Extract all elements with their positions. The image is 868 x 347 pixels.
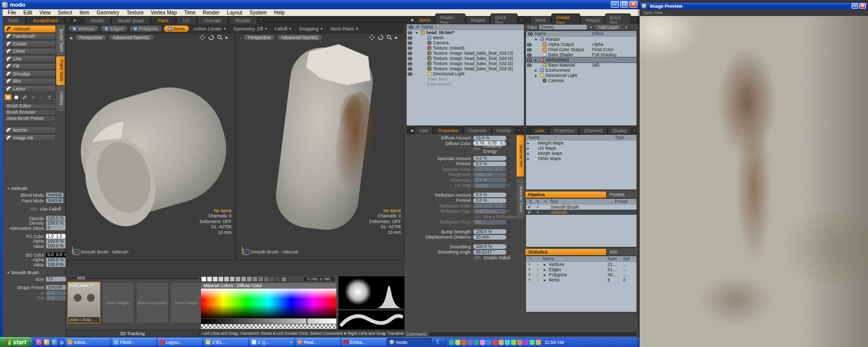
- bump-strength-field[interactable]: 100.0 %: [473, 229, 506, 234]
- list-row-morph-maps[interactable]: ►Morph Maps: [526, 151, 637, 156]
- taskbar-button-modo[interactable]: modo: [388, 338, 432, 346]
- tray-icon[interactable]: [530, 340, 535, 345]
- stepper-icon[interactable]: ◂▸: [507, 245, 510, 249]
- save-brush-preset-button[interactable]: Save Brush Preset: [4, 116, 56, 121]
- viewport-left[interactable]: ◣ Perspective Advanced OpenGL ▶ No Items…: [66, 33, 235, 260]
- blurry-reflection-checkbox[interactable]: [473, 215, 482, 219]
- enable-check-icon[interactable]: ✔: [526, 204, 533, 210]
- internet-explorer-icon[interactable]: [52, 339, 57, 345]
- stepper-icon[interactable]: ◂▸: [507, 220, 510, 224]
- quick-launch-icon[interactable]: [36, 339, 42, 345]
- tab-properties[interactable]: Properties: [549, 127, 579, 134]
- reflection-type-select[interactable]: Full Scene: [473, 209, 506, 214]
- pipeline-row-smooth-brush[interactable]: ✔ • Smooth Brush: [526, 204, 637, 210]
- tab-scroll-icon[interactable]: ▶: [72, 18, 79, 23]
- anisotropy-field[interactable]: 0.0 %: [473, 178, 506, 182]
- stepper-icon[interactable]: ◂▸: [507, 178, 510, 182]
- menu-time[interactable]: Time: [180, 10, 199, 15]
- tab-add-left[interactable]: +: [65, 18, 72, 23]
- alpha-checker-bar[interactable]: [201, 324, 336, 329]
- item-row-new-item[interactable]: (new item): [407, 76, 524, 82]
- triangle-right-icon[interactable]: ►: [534, 58, 538, 62]
- shader-row-render[interactable]: ▼Render: [526, 37, 637, 42]
- plus-icon[interactable]: +: [526, 262, 533, 267]
- color-swatch[interactable]: [201, 276, 207, 282]
- tray-icon[interactable]: [449, 340, 454, 345]
- eye-icon[interactable]: [408, 41, 412, 45]
- tool-lasso[interactable]: Lasso: [4, 85, 56, 92]
- menu-texture[interactable]: Texture: [123, 10, 147, 15]
- tab-uv[interactable]: UV: [176, 17, 196, 24]
- text-tip-button[interactable]: T: [45, 94, 53, 101]
- pan-icon[interactable]: [199, 35, 205, 40]
- tab-utilities[interactable]: Utilities: [56, 86, 65, 111]
- load-image-slot[interactable]: (load image): [102, 282, 134, 323]
- color-swatch[interactable]: [264, 276, 269, 282]
- item-row-light[interactable]: Directional Light: [407, 71, 524, 76]
- viewport-menu-icon[interactable]: ▶: [226, 36, 228, 40]
- shader-row-final-color[interactable]: Final Color OutputFinal Color: [526, 47, 637, 52]
- close-button[interactable]: ✕: [859, 3, 866, 9]
- stepper-icon[interactable]: ◂▸: [507, 250, 510, 254]
- menu-layout[interactable]: Layout: [223, 10, 246, 15]
- triangle-right-icon[interactable]: ►: [542, 273, 547, 277]
- stepper-icon[interactable]: ◂▸: [507, 156, 510, 161]
- eye-icon[interactable]: [408, 36, 412, 40]
- rgb-value-field[interactable]: 0.780, 0.780, 0.78: [303, 276, 335, 282]
- brush-browser-button[interactable]: Brush Browser: [4, 109, 56, 115]
- paint-mode-select[interactable]: Normal Proj ...: [46, 198, 64, 203]
- color-swatch[interactable]: [235, 276, 241, 282]
- smooth-brush-section-header[interactable]: ▸Smooth Brush: [8, 270, 39, 275]
- statistics-header[interactable]: Statistics: [525, 249, 606, 255]
- color-swatch[interactable]: [252, 276, 258, 282]
- minus-icon[interactable]: -: [534, 267, 541, 272]
- color-swatch[interactable]: [212, 276, 218, 282]
- eye-icon[interactable]: [527, 64, 532, 67]
- color-picker-gradient[interactable]: [201, 289, 336, 318]
- tool-smudge[interactable]: Smudge: [4, 70, 56, 77]
- close-button[interactable]: ✕: [629, 1, 638, 8]
- soft-tip-button[interactable]: [4, 94, 12, 101]
- viewport-menu-icon[interactable]: ▶: [395, 36, 398, 40]
- eye-icon[interactable]: [408, 46, 412, 50]
- tray-icon[interactable]: [468, 340, 473, 345]
- maximize-button[interactable]: ❐: [620, 1, 628, 8]
- menu-file[interactable]: File: [4, 10, 20, 15]
- triangle-right-icon[interactable]: ►: [542, 268, 547, 272]
- clipboard-tool-icon[interactable]: ☾: [436, 339, 441, 345]
- stepper-icon[interactable]: ◂▸: [507, 204, 510, 208]
- shader-row-base-shader[interactable]: Base ShaderFull Shading: [526, 52, 637, 57]
- falloff-dropdown[interactable]: Falloff▾: [272, 26, 295, 31]
- tray-icon[interactable]: [486, 340, 491, 345]
- color-swatch[interactable]: [207, 276, 212, 282]
- shader-row-directional-light[interactable]: ►Directional Light: [526, 73, 637, 78]
- triangle-down-icon[interactable]: ▼: [534, 38, 538, 41]
- clip-scrollbar[interactable]: [68, 277, 198, 279]
- viewport-corner-icon[interactable]: ◣: [70, 36, 73, 40]
- tray-icon[interactable]: [461, 340, 467, 345]
- triangle-right-icon[interactable]: ►: [542, 263, 547, 266]
- tray-icon[interactable]: [536, 340, 541, 345]
- vertices-mode-button[interactable]: Vertices: [68, 25, 99, 32]
- items-mode-button[interactable]: Items: [164, 25, 189, 32]
- tool-blur[interactable]: Blur: [4, 78, 56, 85]
- tab-add[interactable]: +: [632, 128, 637, 133]
- shader-row-alpha-output[interactable]: Alpha OutputAlpha: [526, 42, 637, 47]
- tab-tools[interactable]: Tools: [1, 17, 25, 24]
- item-row-texture-5[interactable]: Texture: Image: head_bake_final_02d (5): [407, 61, 524, 66]
- reflection-amount-field[interactable]: 0.0 %: [473, 193, 506, 197]
- tray-icon[interactable]: [505, 340, 510, 345]
- item-row-texture-4[interactable]: Texture: Image: head_bake_final_02d (4): [407, 56, 524, 61]
- menu-system[interactable]: System: [246, 10, 270, 15]
- overflow-chevron-icon[interactable]: »: [59, 338, 64, 347]
- plus-icon[interactable]: +: [526, 272, 533, 277]
- move-column-icon[interactable]: ✛: [415, 24, 420, 29]
- list-row-weight-maps[interactable]: ►Weight Maps: [526, 140, 637, 146]
- tray-icon[interactable]: [492, 340, 498, 345]
- tab-channels[interactable]: Channels: [463, 127, 491, 134]
- edges-mode-button[interactable]: Edges: [100, 25, 128, 32]
- triangle-right-icon[interactable]: ►: [526, 147, 531, 150]
- panel-arrow-icon[interactable]: ▶: [411, 18, 414, 22]
- eye-icon[interactable]: [527, 43, 532, 46]
- triangle-right-icon[interactable]: ►: [534, 69, 538, 72]
